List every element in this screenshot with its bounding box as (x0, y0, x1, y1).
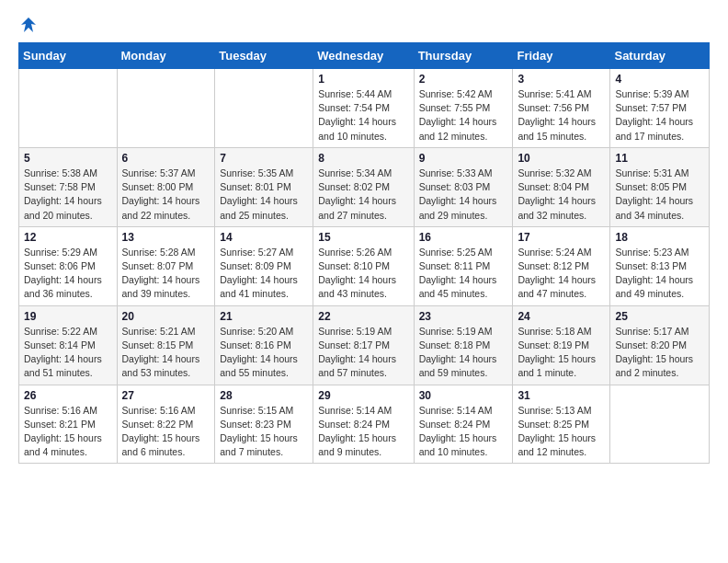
day-number: 7 (220, 152, 308, 165)
day-info: Sunrise: 5:29 AM Sunset: 8:06 PM Dayligh… (24, 246, 112, 302)
calendar-week-row: 1Sunrise: 5:44 AM Sunset: 7:54 PM Daylig… (19, 69, 710, 148)
calendar-day-cell: 13Sunrise: 5:28 AM Sunset: 8:07 PM Dayli… (117, 226, 215, 305)
day-number: 24 (518, 310, 605, 323)
day-number: 12 (24, 231, 112, 244)
calendar-day-cell (610, 385, 710, 464)
day-number: 20 (122, 310, 210, 323)
day-number: 23 (419, 310, 508, 323)
calendar-day-cell: 22Sunrise: 5:19 AM Sunset: 8:17 PM Dayli… (313, 305, 414, 385)
day-info: Sunrise: 5:23 AM Sunset: 8:13 PM Dayligh… (615, 246, 704, 302)
day-info: Sunrise: 5:22 AM Sunset: 8:14 PM Dayligh… (24, 325, 112, 381)
day-number: 22 (318, 310, 408, 323)
day-number: 14 (220, 231, 308, 244)
calendar-day-cell: 11Sunrise: 5:31 AM Sunset: 8:05 PM Dayli… (610, 147, 710, 226)
day-info: Sunrise: 5:26 AM Sunset: 8:10 PM Dayligh… (318, 246, 408, 302)
weekday-header-cell: Sunday (19, 43, 118, 69)
calendar-day-cell: 1Sunrise: 5:44 AM Sunset: 7:54 PM Daylig… (313, 69, 414, 148)
day-info: Sunrise: 5:28 AM Sunset: 8:07 PM Dayligh… (122, 246, 210, 302)
day-info: Sunrise: 5:21 AM Sunset: 8:15 PM Dayligh… (122, 325, 210, 381)
calendar-day-cell: 14Sunrise: 5:27 AM Sunset: 8:09 PM Dayli… (215, 226, 313, 305)
day-info: Sunrise: 5:18 AM Sunset: 8:19 PM Dayligh… (518, 325, 605, 381)
calendar-day-cell: 20Sunrise: 5:21 AM Sunset: 8:15 PM Dayli… (117, 305, 215, 385)
day-number: 21 (220, 310, 308, 323)
day-number: 19 (24, 310, 112, 323)
calendar-day-cell: 28Sunrise: 5:15 AM Sunset: 8:23 PM Dayli… (215, 385, 313, 464)
calendar-day-cell: 25Sunrise: 5:17 AM Sunset: 8:20 PM Dayli… (610, 305, 710, 385)
day-info: Sunrise: 5:37 AM Sunset: 8:00 PM Dayligh… (122, 167, 210, 223)
day-number: 16 (419, 231, 508, 244)
calendar-day-cell: 5Sunrise: 5:38 AM Sunset: 7:58 PM Daylig… (19, 147, 118, 226)
day-number: 25 (615, 310, 704, 323)
day-info: Sunrise: 5:16 AM Sunset: 8:22 PM Dayligh… (122, 404, 210, 460)
day-info: Sunrise: 5:33 AM Sunset: 8:03 PM Dayligh… (419, 167, 508, 223)
day-number: 17 (518, 231, 605, 244)
weekday-header-cell: Saturday (610, 43, 710, 69)
day-info: Sunrise: 5:24 AM Sunset: 8:12 PM Dayligh… (518, 246, 605, 302)
calendar-day-cell: 15Sunrise: 5:26 AM Sunset: 8:10 PM Dayli… (313, 226, 414, 305)
calendar-day-cell: 27Sunrise: 5:16 AM Sunset: 8:22 PM Dayli… (117, 385, 215, 464)
day-info: Sunrise: 5:38 AM Sunset: 7:58 PM Dayligh… (24, 167, 112, 223)
calendar-week-row: 19Sunrise: 5:22 AM Sunset: 8:14 PM Dayli… (19, 305, 710, 385)
day-info: Sunrise: 5:13 AM Sunset: 8:25 PM Dayligh… (518, 404, 605, 460)
calendar-day-cell: 21Sunrise: 5:20 AM Sunset: 8:16 PM Dayli… (215, 305, 313, 385)
day-number: 6 (122, 152, 210, 165)
calendar-day-cell: 18Sunrise: 5:23 AM Sunset: 8:13 PM Dayli… (610, 226, 710, 305)
logo (18, 15, 39, 35)
day-number: 1 (318, 73, 408, 86)
day-number: 2 (419, 73, 508, 86)
calendar-day-cell: 19Sunrise: 5:22 AM Sunset: 8:14 PM Dayli… (19, 305, 118, 385)
calendar-day-cell: 3Sunrise: 5:41 AM Sunset: 7:56 PM Daylig… (513, 69, 610, 148)
day-number: 9 (419, 152, 508, 165)
day-info: Sunrise: 5:25 AM Sunset: 8:11 PM Dayligh… (419, 246, 508, 302)
day-info: Sunrise: 5:42 AM Sunset: 7:55 PM Dayligh… (419, 87, 508, 144)
day-info: Sunrise: 5:31 AM Sunset: 8:05 PM Dayligh… (615, 167, 704, 223)
day-info: Sunrise: 5:17 AM Sunset: 8:20 PM Dayligh… (615, 325, 704, 381)
day-info: Sunrise: 5:15 AM Sunset: 8:23 PM Dayligh… (220, 404, 308, 460)
day-number: 8 (318, 152, 408, 165)
calendar-week-row: 26Sunrise: 5:16 AM Sunset: 8:21 PM Dayli… (19, 385, 710, 464)
day-info: Sunrise: 5:35 AM Sunset: 8:01 PM Dayligh… (220, 167, 308, 223)
calendar-week-row: 12Sunrise: 5:29 AM Sunset: 8:06 PM Dayli… (19, 226, 710, 305)
calendar-header-row: SundayMondayTuesdayWednesdayThursdayFrid… (19, 43, 710, 69)
calendar-day-cell (19, 69, 118, 148)
day-number: 27 (122, 389, 210, 402)
day-number: 18 (615, 231, 704, 244)
calendar-day-cell: 31Sunrise: 5:13 AM Sunset: 8:25 PM Dayli… (513, 385, 610, 464)
calendar-day-cell: 8Sunrise: 5:34 AM Sunset: 8:02 PM Daylig… (313, 147, 414, 226)
calendar-day-cell: 6Sunrise: 5:37 AM Sunset: 8:00 PM Daylig… (117, 147, 215, 226)
day-number: 13 (122, 231, 210, 244)
day-info: Sunrise: 5:39 AM Sunset: 7:57 PM Dayligh… (615, 87, 704, 144)
day-number: 4 (615, 73, 704, 86)
calendar-day-cell: 26Sunrise: 5:16 AM Sunset: 8:21 PM Dayli… (19, 385, 118, 464)
calendar-day-cell: 23Sunrise: 5:19 AM Sunset: 8:18 PM Dayli… (414, 305, 513, 385)
day-info: Sunrise: 5:32 AM Sunset: 8:04 PM Dayligh… (518, 167, 605, 223)
svg-marker-0 (21, 17, 36, 32)
calendar-day-cell: 2Sunrise: 5:42 AM Sunset: 7:55 PM Daylig… (414, 69, 513, 148)
calendar-day-cell: 24Sunrise: 5:18 AM Sunset: 8:19 PM Dayli… (513, 305, 610, 385)
day-number: 5 (24, 152, 112, 165)
calendar-day-cell: 7Sunrise: 5:35 AM Sunset: 8:01 PM Daylig… (215, 147, 313, 226)
calendar-day-cell: 4Sunrise: 5:39 AM Sunset: 7:57 PM Daylig… (610, 69, 710, 148)
day-number: 31 (518, 389, 605, 402)
weekday-header-cell: Thursday (414, 43, 513, 69)
day-info: Sunrise: 5:27 AM Sunset: 8:09 PM Dayligh… (220, 246, 308, 302)
day-info: Sunrise: 5:16 AM Sunset: 8:21 PM Dayligh… (24, 404, 112, 460)
weekday-header-cell: Tuesday (215, 43, 313, 69)
weekday-header-cell: Monday (117, 43, 215, 69)
weekday-header-cell: Wednesday (313, 43, 414, 69)
day-info: Sunrise: 5:14 AM Sunset: 8:24 PM Dayligh… (419, 404, 508, 460)
calendar-day-cell: 16Sunrise: 5:25 AM Sunset: 8:11 PM Dayli… (414, 226, 513, 305)
day-info: Sunrise: 5:20 AM Sunset: 8:16 PM Dayligh… (220, 325, 308, 381)
calendar-week-row: 5Sunrise: 5:38 AM Sunset: 7:58 PM Daylig… (19, 147, 710, 226)
day-info: Sunrise: 5:14 AM Sunset: 8:24 PM Dayligh… (318, 404, 408, 460)
day-number: 10 (518, 152, 605, 165)
calendar-day-cell: 10Sunrise: 5:32 AM Sunset: 8:04 PM Dayli… (513, 147, 610, 226)
day-number: 15 (318, 231, 408, 244)
page-header (18, 15, 710, 35)
day-number: 3 (518, 73, 605, 86)
day-number: 28 (220, 389, 308, 402)
calendar-day-cell: 30Sunrise: 5:14 AM Sunset: 8:24 PM Dayli… (414, 385, 513, 464)
day-number: 26 (24, 389, 112, 402)
calendar-day-cell: 17Sunrise: 5:24 AM Sunset: 8:12 PM Dayli… (513, 226, 610, 305)
calendar-table: SundayMondayTuesdayWednesdayThursdayFrid… (18, 42, 710, 464)
